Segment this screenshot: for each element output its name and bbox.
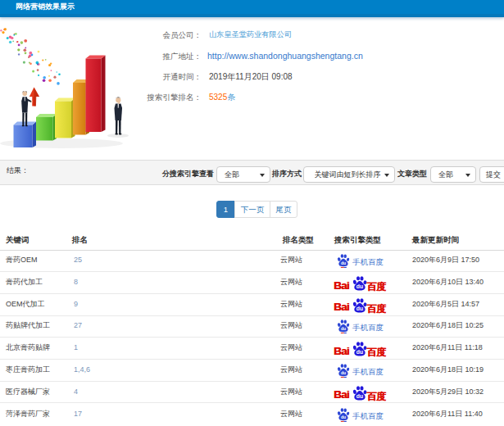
svg-text:du: du	[341, 261, 346, 266]
svg-text:du: du	[341, 415, 346, 419]
svg-text:du: du	[356, 393, 363, 399]
svg-text:du: du	[341, 370, 346, 375]
svg-text:du: du	[356, 350, 363, 356]
svg-text:du: du	[356, 284, 363, 290]
svg-text:du: du	[356, 306, 363, 311]
svg-text:du: du	[341, 327, 346, 332]
